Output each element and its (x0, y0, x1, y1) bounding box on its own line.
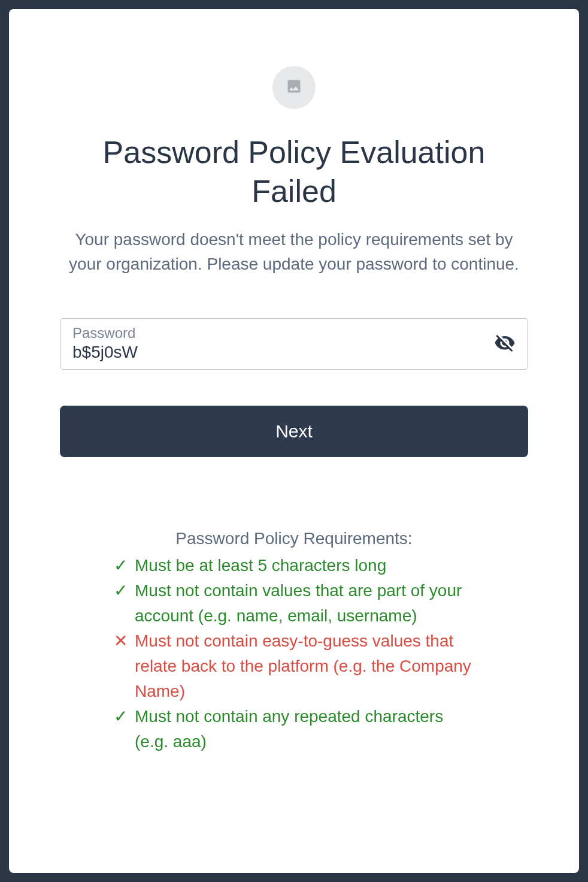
requirements-list: ✓Must be at least 5 characters long✓Must… (114, 553, 474, 754)
check-icon: ✓ (114, 553, 128, 578)
password-field-wrapper[interactable]: Password (60, 318, 528, 370)
requirement-item: ✓Must be at least 5 characters long (114, 553, 474, 578)
requirement-text: Must not contain values that are part of… (135, 578, 474, 629)
password-label: Password (72, 325, 494, 342)
image-placeholder-icon (286, 78, 302, 97)
requirements-title: Password Policy Requirements: (114, 529, 474, 548)
page-subtitle: Your password doesn't meet the policy re… (60, 228, 528, 276)
requirement-item: ✓Must not contain values that are part o… (114, 578, 474, 629)
main-card: Password Policy Evaluation Failed Your p… (9, 9, 579, 873)
password-field-inner: Password (72, 325, 494, 362)
requirement-item: ✓Must not contain any repeated character… (114, 704, 474, 754)
cross-icon: ✕ (114, 629, 128, 654)
page-title: Password Policy Evaluation Failed (60, 133, 528, 211)
password-input[interactable] (72, 343, 494, 362)
requirement-item: ✕Must not contain easy-to-guess values t… (114, 629, 474, 704)
requirements-section: Password Policy Requirements: ✓Must be a… (60, 529, 528, 754)
requirement-text: Must not contain any repeated characters… (135, 704, 474, 754)
requirement-text: Must be at least 5 characters long (135, 553, 474, 578)
logo-placeholder (272, 66, 316, 109)
toggle-visibility-icon[interactable] (494, 333, 516, 354)
check-icon: ✓ (114, 578, 128, 603)
next-button[interactable]: Next (60, 406, 528, 457)
requirement-text: Must not contain easy-to-guess values th… (135, 629, 474, 704)
check-icon: ✓ (114, 704, 128, 729)
